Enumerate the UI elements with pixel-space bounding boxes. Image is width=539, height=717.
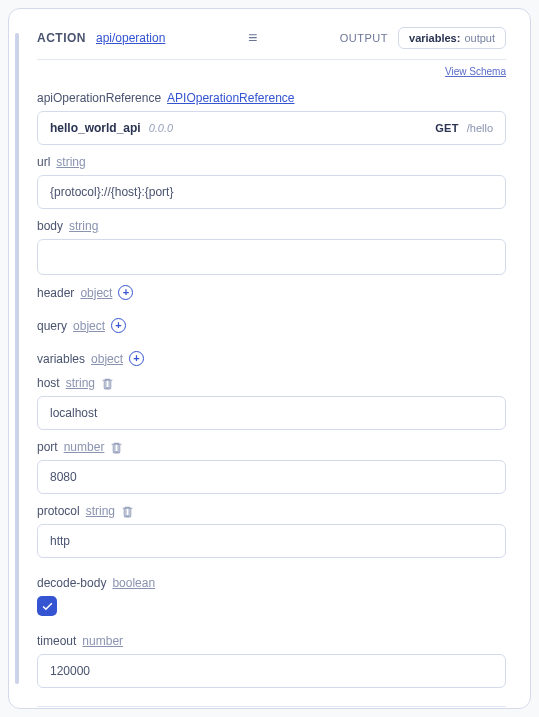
field-port: port number 8080 — [37, 440, 506, 494]
api-version: 0.0.0 — [149, 122, 173, 134]
field-body: body string — [37, 219, 506, 275]
output-key: variables: — [409, 32, 460, 44]
field-header: header object + — [37, 285, 506, 300]
port-input[interactable]: 8080 — [37, 460, 506, 494]
schema-row: View Schema — [37, 60, 506, 81]
field-host: host string localhost — [37, 376, 506, 430]
http-path: /hello — [467, 122, 493, 134]
field-name: variables — [37, 352, 85, 366]
delete-port-button[interactable] — [110, 441, 123, 454]
field-name: host — [37, 376, 60, 390]
view-schema-link[interactable]: View Schema — [445, 66, 506, 77]
output-label: OUTPUT — [340, 32, 388, 44]
url-input[interactable]: {protocol}://{host}:{port} — [37, 175, 506, 209]
field-type[interactable]: object — [73, 319, 105, 333]
field-type[interactable]: boolean — [112, 576, 155, 590]
host-input[interactable]: localhost — [37, 396, 506, 430]
field-query: query object + — [37, 318, 506, 333]
field-type[interactable]: number — [64, 440, 105, 454]
field-type-link[interactable]: APIOperationReference — [167, 91, 294, 105]
http-method: GET — [435, 122, 459, 134]
action-link[interactable]: api/operation — [96, 31, 165, 45]
field-type[interactable]: string — [56, 155, 85, 169]
menu-icon[interactable]: ≡ — [248, 30, 257, 46]
field-name: protocol — [37, 504, 80, 518]
input-value: localhost — [50, 406, 97, 420]
field-name: decode-body — [37, 576, 106, 590]
output-pill[interactable]: variables: output — [398, 27, 506, 49]
decode-body-checkbox[interactable] — [37, 596, 57, 616]
field-decode-body: decode-body boolean — [37, 576, 506, 616]
delete-protocol-button[interactable] — [121, 505, 134, 518]
delete-host-button[interactable] — [101, 377, 114, 390]
field-api-ref: apiOperationReference APIOperationRefere… — [37, 91, 506, 145]
panel-header: ACTION api/operation ≡ OUTPUT variables:… — [37, 27, 506, 60]
timeout-input[interactable]: 120000 — [37, 654, 506, 688]
field-type[interactable]: string — [69, 219, 98, 233]
action-panel: ACTION api/operation ≡ OUTPUT variables:… — [8, 8, 531, 709]
input-value: 8080 — [50, 470, 77, 484]
body-input[interactable] — [37, 239, 506, 275]
protocol-input[interactable]: http — [37, 524, 506, 558]
field-variables: variables object + — [37, 351, 506, 366]
field-timeout: timeout number 120000 — [37, 634, 506, 688]
api-name: hello_world_api — [50, 121, 141, 135]
add-variable-button[interactable]: + — [129, 351, 144, 366]
output-value: output — [464, 32, 495, 44]
drag-handle[interactable] — [15, 33, 19, 684]
add-header-button[interactable]: + — [118, 285, 133, 300]
action-label: ACTION — [37, 31, 86, 45]
field-name: apiOperationReference — [37, 91, 161, 105]
bottom-divider — [37, 706, 506, 707]
field-type[interactable]: object — [91, 352, 123, 366]
input-value: http — [50, 534, 70, 548]
field-name: body — [37, 219, 63, 233]
input-value: 120000 — [50, 664, 90, 678]
field-type[interactable]: string — [66, 376, 95, 390]
field-label-row: apiOperationReference APIOperationRefere… — [37, 91, 506, 105]
field-name: port — [37, 440, 58, 454]
field-url: url string {protocol}://{host}:{port} — [37, 155, 506, 209]
field-type[interactable]: object — [80, 286, 112, 300]
api-ref-input[interactable]: hello_world_api 0.0.0 GET /hello — [37, 111, 506, 145]
field-type[interactable]: string — [86, 504, 115, 518]
field-type[interactable]: number — [82, 634, 123, 648]
field-name: header — [37, 286, 74, 300]
field-name: query — [37, 319, 67, 333]
field-name: url — [37, 155, 50, 169]
input-value: {protocol}://{host}:{port} — [50, 185, 173, 199]
field-protocol: protocol string http — [37, 504, 506, 558]
field-name: timeout — [37, 634, 76, 648]
add-query-button[interactable]: + — [111, 318, 126, 333]
